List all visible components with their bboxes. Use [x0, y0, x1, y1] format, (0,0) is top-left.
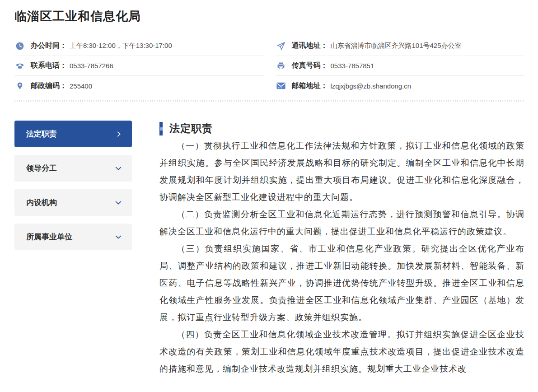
clock-icon: [14, 42, 25, 51]
sidebar-item-label: 所属事业单位: [26, 232, 72, 242]
sidebar-item-affiliated-units[interactable]: 所属事业单位: [14, 224, 132, 250]
duty-paragraph-2: （二）负责监测分析全区工业和信息化近期运行态势，进行预测预警和信息引导。协调解决…: [159, 206, 524, 240]
page: 临淄区工业和信息化局 办公时间： 上午8:30-12:00，下午13:30-17…: [0, 0, 538, 392]
contact-value: 上午8:30-12:00，下午13:30-17:00: [70, 42, 172, 50]
contact-row-postcode: 邮政编码： 255400: [14, 76, 264, 96]
content-heading: 法定职责: [169, 121, 213, 135]
contact-row-address: 通讯地址： 山东省淄博市临淄区齐兴路101号425办公室: [276, 36, 525, 56]
contact-info-section: 办公时间： 上午8:30-12:00，下午13:30-17:00 通讯地址： 山…: [14, 36, 524, 96]
sidebar: 法定职责 领导分工 内设机构 所属事业单位: [14, 121, 132, 378]
contact-value: 0533-7857266: [70, 62, 113, 70]
sidebar-item-internal-orgs[interactable]: 内设机构: [14, 189, 132, 216]
fax-icon: [276, 61, 286, 70]
chevron-down-icon: [115, 165, 122, 172]
contact-label: 联系电话：: [31, 61, 67, 70]
mail-icon: [276, 81, 286, 90]
location-icon: [14, 81, 25, 90]
contact-value: 山东省淄博市临淄区齐兴路101号425办公室: [331, 42, 462, 50]
sidebar-item-label: 内设机构: [26, 197, 57, 208]
contact-row-office-hours: 办公时间： 上午8:30-12:00，下午13:30-17:00: [14, 36, 264, 56]
heading-accent-bar: [159, 122, 163, 135]
sidebar-item-label: 领导分工: [26, 163, 57, 173]
contact-label: 传真号码：: [292, 61, 328, 70]
chevron-down-icon: [115, 233, 122, 241]
section-divider: [14, 100, 524, 102]
sidebar-item-label: 法定职责: [26, 129, 57, 139]
chevron-right-icon: [116, 131, 122, 137]
send-icon: [276, 42, 286, 51]
sidebar-item-leadership[interactable]: 领导分工: [14, 155, 132, 182]
contact-value: 0533-7857851: [331, 62, 374, 70]
contact-label: 邮箱地址：: [292, 81, 328, 91]
chevron-down-icon: [115, 199, 122, 206]
contact-row-fax: 传真号码： 0533-7857851: [276, 56, 525, 76]
contact-label: 邮政编码：: [31, 81, 67, 91]
phone-icon: [14, 61, 25, 70]
content-header: 法定职责: [159, 121, 524, 135]
main-content: 法定职责 （一）贯彻执行工业和信息化工作法律法规和方针政策，拟订工业和信息化领域…: [159, 121, 524, 378]
duty-paragraph-3: （三）负责组织实施国家、省、市工业和信息化产业政策。研究提出全区优化产业布局、调…: [159, 240, 524, 326]
page-title: 临淄区工业和信息化局: [14, 8, 524, 24]
contact-label: 通讯地址：: [292, 41, 328, 51]
sidebar-item-legal-duties[interactable]: 法定职责: [14, 121, 132, 147]
contact-row-phone: 联系电话： 0533-7857266: [14, 56, 264, 76]
contact-label: 办公时间：: [31, 41, 67, 51]
contact-value: 255400: [70, 82, 92, 90]
contact-value: lzqjxjbgs@zb.shandong.cn: [331, 82, 412, 90]
duty-paragraph-1: （一）贯彻执行工业和信息化工作法律法规和方针政策，拟订工业和信息化领域的政策并组…: [159, 137, 524, 206]
main-layout: 法定职责 领导分工 内设机构 所属事业单位: [14, 121, 524, 378]
contact-row-email: 邮箱地址： lzqjxjbgs@zb.shandong.cn: [276, 76, 525, 96]
duty-paragraph-4: （四）负责全区工业和信息化领域企业技术改造管理。拟订并组织实施促进全区企业技术改…: [159, 326, 524, 378]
